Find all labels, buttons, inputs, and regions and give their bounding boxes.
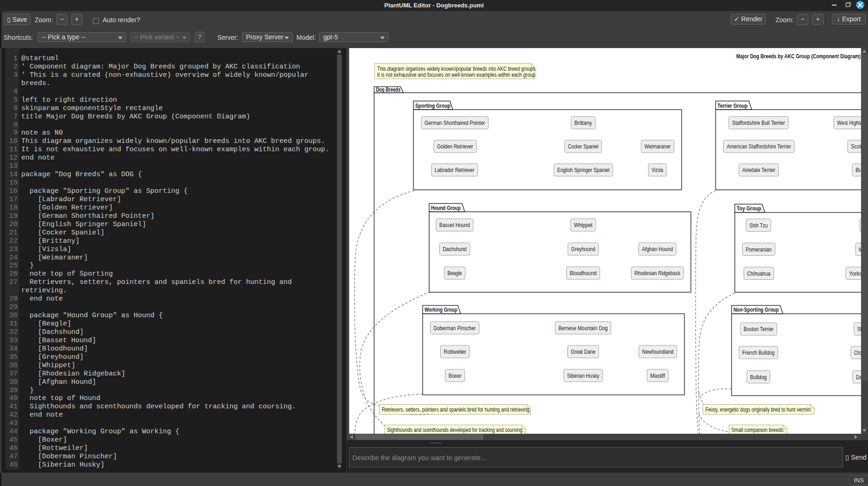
svg-text:Labrador Retriever: Labrador Retriever <box>435 166 475 173</box>
svg-text:Basset Hound: Basset Hound <box>439 221 470 228</box>
svg-text:Chow Chow: Chow Chow <box>854 349 861 356</box>
svg-text:Newfoundland: Newfoundland <box>642 348 674 355</box>
svg-text:Staffordshire Bull Terrier: Staffordshire Bull Terrier <box>732 119 785 126</box>
svg-text:Weimaraner: Weimaraner <box>645 143 671 150</box>
svg-text:American Staffordshire Terrier: American Staffordshire Terrier <box>727 143 792 150</box>
svg-text:Bernese Mountain Dog: Bernese Mountain Dog <box>559 325 608 332</box>
svg-text:Dachshund: Dachshund <box>443 246 467 252</box>
svg-text:Airedale Terrier: Airedale Terrier <box>742 166 776 173</box>
svg-text:Sighthounds and scenthounds de: Sighthounds and scenthounds developed fo… <box>387 426 523 433</box>
svg-text:Hound Group: Hound Group <box>431 204 461 211</box>
svg-text:Boxer: Boxer <box>449 372 462 379</box>
svg-text:Beagle: Beagle <box>448 270 462 277</box>
svg-text:Working Group: Working Group <box>425 306 457 313</box>
svg-text:Pomeranian: Pomeranian <box>746 246 772 253</box>
svg-text:Brittany: Brittany <box>574 119 592 126</box>
svg-text:German Shorthaired Pointer: German Shorthaired Pointer <box>425 119 486 126</box>
svg-text:Rottweiler: Rottweiler <box>444 348 467 355</box>
svg-text:Feisty, energetic dogs origina: Feisty, energetic dogs originally bred t… <box>706 406 812 413</box>
svg-text:Dog Breeds: Dog Breeds <box>376 86 400 93</box>
svg-text:Great Dane: Great Dane <box>571 348 596 355</box>
svg-text:Mastiff: Mastiff <box>650 372 665 379</box>
svg-text:Vizsla: Vizsla <box>652 166 664 173</box>
svg-text:Doberman Pinscher: Doberman Pinscher <box>434 325 476 332</box>
svg-text:Retrievers, setters, pointers: Retrievers, setters, pointers and spanie… <box>382 406 531 413</box>
svg-text:Small companion breeds.: Small companion breeds. <box>732 426 785 433</box>
svg-text:Shiba Inu: Shiba Inu <box>857 326 862 332</box>
svg-text:English Springer Spaniel: English Springer Spaniel <box>557 166 609 173</box>
svg-text:Afghan Hound: Afghan Hound <box>642 246 673 252</box>
svg-text:Golden Retriever: Golden Retriever <box>437 143 474 150</box>
svg-text:Yorkshire Terrier: Yorkshire Terrier <box>849 270 861 277</box>
svg-text:Toy Group: Toy Group <box>737 205 761 212</box>
svg-text:It is not exhaustive and focus: It is not exhaustive and focuses on well… <box>377 71 537 78</box>
svg-text:Major Dog Breeds by AKC Group: Major Dog Breeds by AKC Group (Component… <box>736 53 861 60</box>
svg-text:Rhodesian Ridgeback: Rhodesian Ridgeback <box>634 270 680 277</box>
svg-text:Dalmatian: Dalmatian <box>856 374 861 381</box>
svg-text:French Bulldog: French Bulldog <box>742 349 775 356</box>
svg-text:Bulldog: Bulldog <box>750 374 767 381</box>
svg-text:Cocker Spaniel: Cocker Spaniel <box>568 143 598 150</box>
svg-text:Siberian Husky: Siberian Husky <box>567 372 599 379</box>
svg-text:Scottish Terrier: Scottish Terrier <box>851 143 861 150</box>
svg-text:Greyhound: Greyhound <box>571 246 595 252</box>
svg-text:Terrier Group: Terrier Group <box>718 102 748 109</box>
svg-text:Shih Tzu: Shih Tzu <box>750 222 768 229</box>
svg-text:West Highland White Terrier: West Highland White Terrier <box>837 119 861 126</box>
svg-text:Sporting Group: Sporting Group <box>415 102 450 109</box>
svg-text:Bull Terrier: Bull Terrier <box>856 166 861 173</box>
svg-text:Chihuahua: Chihuahua <box>747 270 771 277</box>
svg-text:Bloodhound: Bloodhound <box>570 270 597 277</box>
svg-text:Whippet: Whippet <box>574 221 592 228</box>
svg-text:Non-Sporting Group: Non-Sporting Group <box>733 306 779 313</box>
svg-text:Boston Terrier: Boston Terrier <box>744 326 774 332</box>
